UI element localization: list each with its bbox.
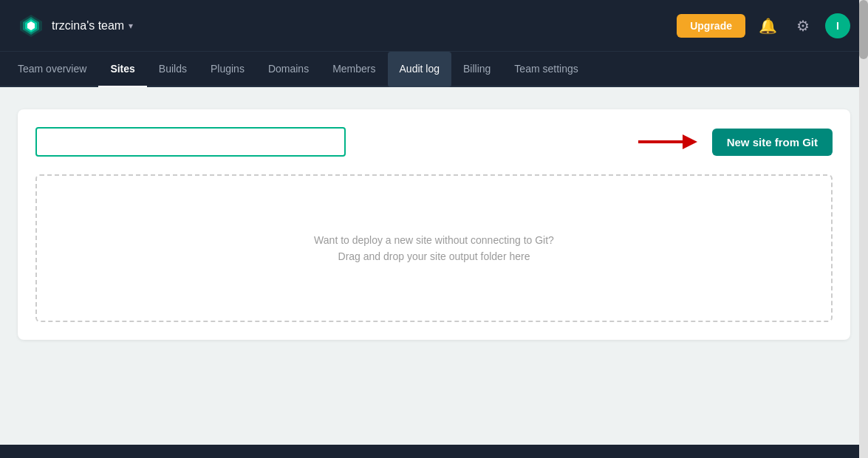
main-content: New site from Git Want to deploy a new s… xyxy=(0,87,868,458)
settings-button[interactable]: ⚙ xyxy=(790,13,816,39)
header-left: trzcina's team ▾ xyxy=(18,13,133,39)
bottom-bar xyxy=(0,445,868,458)
drop-zone-text: Want to deploy a new site without connec… xyxy=(314,232,554,265)
sites-top-row: New site from Git xyxy=(35,127,833,157)
sidebar-item-builds[interactable]: Builds xyxy=(147,52,199,87)
red-arrow-icon xyxy=(638,131,697,152)
team-name[interactable]: trzcina's team ▾ xyxy=(52,19,133,33)
nav-bar: Team overview Sites Builds Plugins Domai… xyxy=(0,52,868,87)
header: trzcina's team ▾ Upgrade 🔔 ⚙ I xyxy=(0,0,868,52)
new-site-from-git-button[interactable]: New site from Git xyxy=(712,129,833,156)
sites-card: New site from Git Want to deploy a new s… xyxy=(18,109,850,340)
sidebar-item-plugins[interactable]: Plugins xyxy=(199,52,256,87)
drop-zone-line1: Want to deploy a new site without connec… xyxy=(314,234,554,246)
gear-icon: ⚙ xyxy=(796,17,810,35)
drop-zone[interactable]: Want to deploy a new site without connec… xyxy=(35,174,833,322)
sidebar-item-team-settings[interactable]: Team settings xyxy=(502,52,590,87)
netlify-logo-icon xyxy=(18,13,44,39)
scrollbar-thumb[interactable] xyxy=(859,0,868,59)
sidebar-item-team-overview[interactable]: Team overview xyxy=(18,52,98,87)
svg-marker-5 xyxy=(683,134,697,149)
avatar[interactable]: I xyxy=(825,13,850,38)
upgrade-button[interactable]: Upgrade xyxy=(677,14,745,38)
bell-icon: 🔔 xyxy=(759,17,777,35)
search-input[interactable] xyxy=(35,127,346,157)
sidebar-item-audit-log[interactable]: Audit log xyxy=(388,52,451,87)
header-right: Upgrade 🔔 ⚙ I xyxy=(677,13,850,39)
scrollbar-track[interactable] xyxy=(859,0,868,458)
sidebar-item-sites[interactable]: Sites xyxy=(98,52,146,87)
team-name-text: trzcina's team xyxy=(52,19,124,33)
arrow-area xyxy=(346,131,712,152)
sidebar-item-members[interactable]: Members xyxy=(321,52,387,87)
team-chevron-icon: ▾ xyxy=(129,21,133,31)
sidebar-item-billing[interactable]: Billing xyxy=(451,52,502,87)
notifications-button[interactable]: 🔔 xyxy=(754,13,781,39)
drop-zone-line2: Drag and drop your site output folder he… xyxy=(338,250,530,262)
avatar-letter: I xyxy=(836,20,839,32)
sidebar-item-domains[interactable]: Domains xyxy=(256,52,321,87)
